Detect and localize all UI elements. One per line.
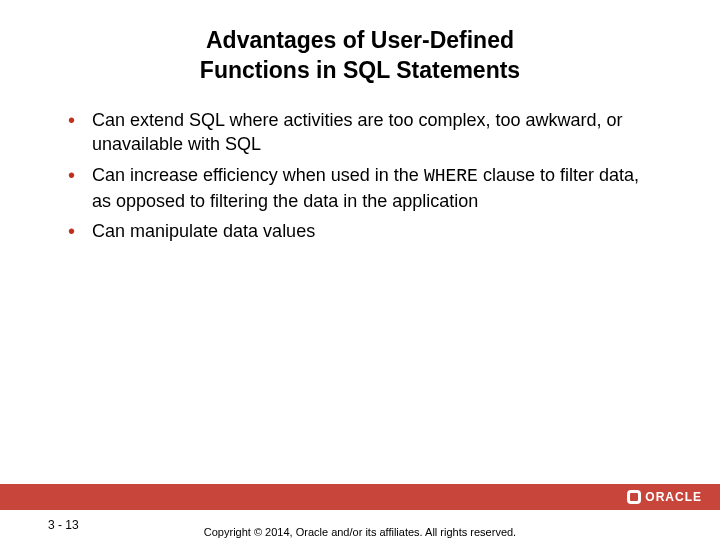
oracle-o-icon xyxy=(627,490,641,504)
oracle-logo: ORACLE xyxy=(627,490,702,504)
bullet-text: Can manipulate data values xyxy=(92,221,315,241)
bullet-code: WHERE xyxy=(424,166,478,186)
list-item: Can extend SQL where activities are too … xyxy=(60,108,660,158)
list-item: Can increase efficiency when used in the… xyxy=(60,163,660,213)
slide-title: Advantages of User-Defined Functions in … xyxy=(0,0,720,86)
title-line-2: Functions in SQL Statements xyxy=(200,57,520,83)
bullet-text: Can increase efficiency when used in the xyxy=(92,165,424,185)
copyright-text: Copyright © 2014, Oracle and/or its affi… xyxy=(0,526,720,538)
slide: Advantages of User-Defined Functions in … xyxy=(0,0,720,540)
footer-bar: ORACLE xyxy=(0,484,720,510)
content-area: Can extend SQL where activities are too … xyxy=(0,86,720,244)
list-item: Can manipulate data values xyxy=(60,219,660,244)
bullet-list: Can extend SQL where activities are too … xyxy=(60,108,660,244)
oracle-logo-text: ORACLE xyxy=(645,490,702,504)
bullet-text: Can extend SQL where activities are too … xyxy=(92,110,623,154)
title-line-1: Advantages of User-Defined xyxy=(206,27,514,53)
